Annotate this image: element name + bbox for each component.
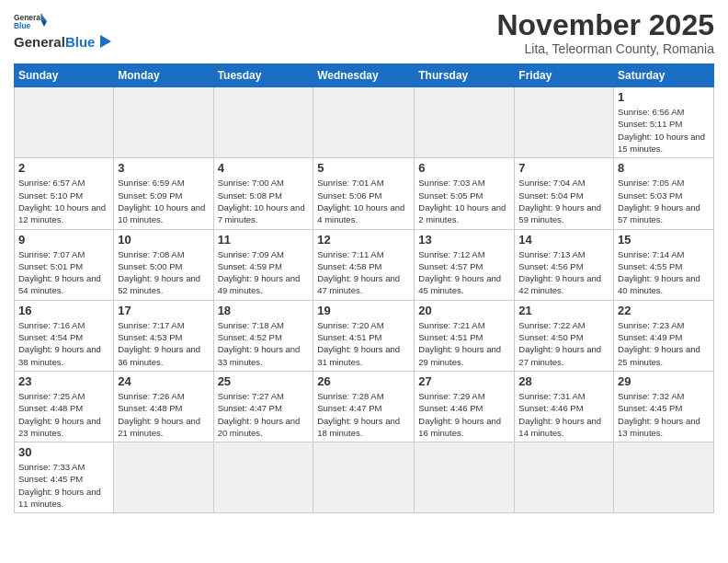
calendar-cell: 23Sunrise: 7:25 AM Sunset: 4:48 PM Dayli… — [15, 371, 114, 442]
calendar-cell: 20Sunrise: 7:21 AM Sunset: 4:51 PM Dayli… — [415, 300, 515, 371]
day-number: 27 — [418, 374, 510, 388]
calendar-cell: 27Sunrise: 7:29 AM Sunset: 4:46 PM Dayli… — [415, 371, 515, 442]
calendar-cell: 14Sunrise: 7:13 AM Sunset: 4:56 PM Dayli… — [515, 229, 614, 300]
day-info: Sunrise: 7:07 AM Sunset: 5:01 PM Dayligh… — [18, 248, 109, 297]
calendar-week-row: 1Sunrise: 6:56 AM Sunset: 5:11 PM Daylig… — [15, 87, 714, 158]
calendar-header-row: SundayMondayTuesdayWednesdayThursdayFrid… — [15, 64, 714, 87]
day-number: 2 — [18, 161, 109, 175]
day-info: Sunrise: 7:23 AM Sunset: 4:49 PM Dayligh… — [618, 319, 710, 368]
calendar-cell — [415, 442, 515, 513]
calendar-cell: 4Sunrise: 7:00 AM Sunset: 5:08 PM Daylig… — [213, 158, 313, 229]
day-number: 24 — [118, 374, 209, 388]
day-info: Sunrise: 7:00 AM Sunset: 5:08 PM Dayligh… — [218, 177, 310, 225]
title-block: November 2025 Lita, Teleorman County, Ro… — [496, 9, 714, 56]
calendar-cell — [515, 442, 614, 513]
day-info: Sunrise: 7:32 AM Sunset: 4:45 PM Dayligh… — [618, 390, 710, 439]
day-info: Sunrise: 7:09 AM Sunset: 4:59 PM Dayligh… — [218, 248, 310, 297]
day-info: Sunrise: 7:27 AM Sunset: 4:47 PM Dayligh… — [218, 390, 310, 439]
calendar-cell: 21Sunrise: 7:22 AM Sunset: 4:50 PM Dayli… — [515, 300, 614, 371]
calendar-cell: 22Sunrise: 7:23 AM Sunset: 4:49 PM Dayli… — [614, 300, 714, 371]
calendar-header-sunday: Sunday — [15, 64, 114, 87]
day-number: 12 — [317, 233, 410, 247]
calendar-header-thursday: Thursday — [415, 64, 515, 87]
day-number: 4 — [218, 161, 310, 175]
day-number: 17 — [118, 304, 209, 317]
calendar-header-friday: Friday — [515, 64, 614, 87]
day-info: Sunrise: 7:03 AM Sunset: 5:05 PM Dayligh… — [418, 177, 510, 225]
calendar-cell: 1Sunrise: 6:56 AM Sunset: 5:11 PM Daylig… — [614, 87, 714, 158]
day-info: Sunrise: 7:08 AM Sunset: 5:00 PM Dayligh… — [118, 248, 209, 297]
calendar-cell: 2Sunrise: 6:57 AM Sunset: 5:10 PM Daylig… — [15, 158, 114, 229]
day-number: 13 — [418, 233, 510, 247]
calendar-header-monday: Monday — [114, 64, 213, 87]
day-info: Sunrise: 7:18 AM Sunset: 4:52 PM Dayligh… — [218, 319, 310, 368]
day-info: Sunrise: 7:13 AM Sunset: 4:56 PM Dayligh… — [518, 248, 609, 297]
day-info: Sunrise: 7:16 AM Sunset: 4:54 PM Dayligh… — [18, 319, 109, 368]
calendar-cell — [213, 442, 313, 513]
day-number: 23 — [18, 374, 109, 388]
day-number: 30 — [18, 445, 109, 459]
day-number: 25 — [218, 374, 310, 388]
logo-triangle-icon — [97, 33, 113, 50]
day-number: 6 — [418, 161, 510, 175]
calendar-cell: 12Sunrise: 7:11 AM Sunset: 4:58 PM Dayli… — [313, 229, 415, 300]
day-info: Sunrise: 7:12 AM Sunset: 4:57 PM Dayligh… — [418, 248, 510, 297]
calendar-cell: 26Sunrise: 7:28 AM Sunset: 4:47 PM Dayli… — [313, 371, 415, 442]
calendar-week-row: 30Sunrise: 7:33 AM Sunset: 4:45 PM Dayli… — [15, 442, 714, 513]
subtitle: Lita, Teleorman County, Romania — [496, 41, 714, 56]
calendar-cell — [313, 87, 415, 158]
day-info: Sunrise: 7:17 AM Sunset: 4:53 PM Dayligh… — [118, 319, 209, 368]
calendar-cell: 25Sunrise: 7:27 AM Sunset: 4:47 PM Dayli… — [213, 371, 313, 442]
calendar-header-tuesday: Tuesday — [213, 64, 313, 87]
calendar-header-saturday: Saturday — [614, 64, 714, 87]
day-info: Sunrise: 7:20 AM Sunset: 4:51 PM Dayligh… — [317, 319, 410, 368]
calendar-cell: 3Sunrise: 6:59 AM Sunset: 5:09 PM Daylig… — [114, 158, 213, 229]
day-number: 22 — [618, 304, 710, 317]
day-info: Sunrise: 7:01 AM Sunset: 5:06 PM Dayligh… — [317, 177, 410, 225]
day-info: Sunrise: 6:56 AM Sunset: 5:11 PM Dayligh… — [618, 106, 710, 155]
svg-marker-3 — [41, 21, 47, 27]
day-info: Sunrise: 7:29 AM Sunset: 4:46 PM Dayligh… — [418, 390, 510, 439]
calendar-cell — [614, 442, 714, 513]
calendar-cell — [313, 442, 415, 513]
day-number: 8 — [618, 161, 710, 175]
header: General Blue General Blue November 2025 … — [14, 9, 714, 56]
calendar-cell: 8Sunrise: 7:05 AM Sunset: 5:03 PM Daylig… — [614, 158, 714, 229]
day-info: Sunrise: 7:31 AM Sunset: 4:46 PM Dayligh… — [518, 390, 609, 439]
calendar-cell — [15, 87, 114, 158]
day-number: 26 — [317, 374, 410, 388]
day-number: 29 — [618, 374, 710, 388]
day-number: 18 — [218, 304, 310, 317]
day-number: 1 — [618, 90, 710, 104]
logo: General Blue General Blue — [14, 9, 113, 50]
calendar-cell: 18Sunrise: 7:18 AM Sunset: 4:52 PM Dayli… — [213, 300, 313, 371]
generalblue-logo: General Blue — [14, 11, 47, 31]
day-info: Sunrise: 6:59 AM Sunset: 5:09 PM Dayligh… — [118, 177, 209, 225]
calendar-cell: 24Sunrise: 7:26 AM Sunset: 4:48 PM Dayli… — [114, 371, 213, 442]
day-number: 9 — [18, 233, 109, 247]
calendar-cell: 5Sunrise: 7:01 AM Sunset: 5:06 PM Daylig… — [313, 158, 415, 229]
calendar-cell: 29Sunrise: 7:32 AM Sunset: 4:45 PM Dayli… — [614, 371, 714, 442]
calendar-cell: 13Sunrise: 7:12 AM Sunset: 4:57 PM Dayli… — [415, 229, 515, 300]
calendar-cell: 11Sunrise: 7:09 AM Sunset: 4:59 PM Dayli… — [213, 229, 313, 300]
day-number: 21 — [518, 304, 609, 317]
calendar-cell: 30Sunrise: 7:33 AM Sunset: 4:45 PM Dayli… — [15, 442, 114, 513]
day-number: 20 — [418, 304, 510, 317]
day-number: 5 — [317, 161, 410, 175]
calendar-cell — [114, 442, 213, 513]
calendar-cell: 28Sunrise: 7:31 AM Sunset: 4:46 PM Dayli… — [515, 371, 614, 442]
calendar-header-wednesday: Wednesday — [313, 64, 415, 87]
calendar-cell: 7Sunrise: 7:04 AM Sunset: 5:04 PM Daylig… — [515, 158, 614, 229]
calendar-cell: 6Sunrise: 7:03 AM Sunset: 5:05 PM Daylig… — [415, 158, 515, 229]
day-info: Sunrise: 7:26 AM Sunset: 4:48 PM Dayligh… — [118, 390, 209, 439]
day-info: Sunrise: 7:22 AM Sunset: 4:50 PM Dayligh… — [518, 319, 609, 368]
day-info: Sunrise: 7:05 AM Sunset: 5:03 PM Dayligh… — [618, 177, 710, 225]
calendar-cell: 19Sunrise: 7:20 AM Sunset: 4:51 PM Dayli… — [313, 300, 415, 371]
calendar-cell: 9Sunrise: 7:07 AM Sunset: 5:01 PM Daylig… — [15, 229, 114, 300]
day-number: 3 — [118, 161, 209, 175]
calendar-week-row: 23Sunrise: 7:25 AM Sunset: 4:48 PM Dayli… — [15, 371, 714, 442]
calendar-table: SundayMondayTuesdayWednesdayThursdayFrid… — [14, 63, 714, 513]
day-info: Sunrise: 7:04 AM Sunset: 5:04 PM Dayligh… — [518, 177, 609, 225]
calendar-cell — [515, 87, 614, 158]
svg-marker-4 — [100, 35, 111, 48]
